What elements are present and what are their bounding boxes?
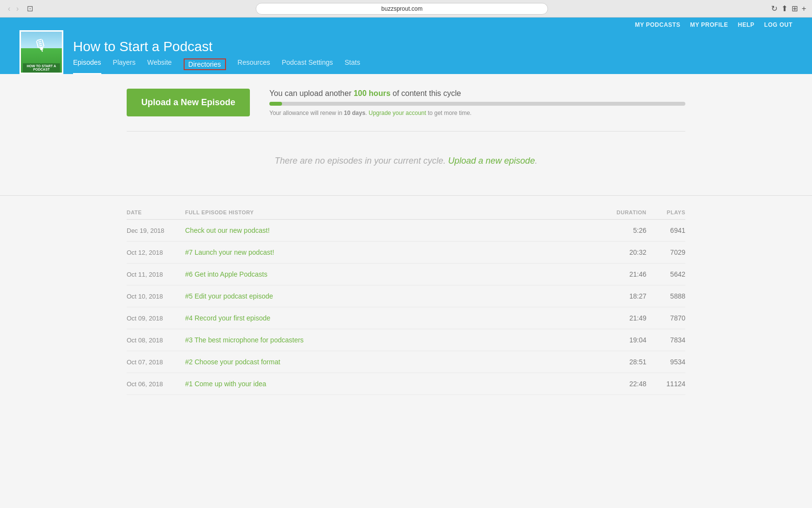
tab-resources[interactable]: Resources [238,58,270,74]
sidebar-button[interactable]: ⊡ [27,4,33,13]
new-tab-button[interactable]: + [802,4,806,13]
table-row: Oct 07, 2018 #2 Choose your podcast form… [127,351,685,373]
episode-title[interactable]: #2 Choose your podcast format [185,351,598,373]
tab-directories[interactable]: Directories [184,58,226,70]
reload-button[interactable]: ↻ [771,4,777,13]
top-nav-my-profile[interactable]: MY PROFILE [690,21,728,28]
episode-title[interactable]: #4 Record your first episode [185,307,598,329]
episode-duration: 18:27 [598,285,646,307]
podcast-logo-top-text: HOW TO START A [24,64,59,68]
episode-duration: 28:51 [598,351,646,373]
quota-amount: 100 hours [354,89,391,97]
address-bar: buzzsprout.com [37,3,767,15]
podcast-logo: 🎙 HOW TO START A PODCAST [19,30,63,74]
episode-title[interactable]: #5 Edit your podcast episode [185,285,598,307]
tab-episodes[interactable]: Episodes [73,58,101,74]
browser-nav-buttons: ‹ › [6,3,21,14]
podcast-logo-text: HOW TO START A PODCAST [23,63,60,73]
upload-episode-button[interactable]: Upload a New Episode [127,89,250,116]
episode-date: Oct 06, 2018 [127,373,185,395]
no-episodes-prefix: There are no episodes in your current cy… [275,156,448,166]
tab-players[interactable]: Players [113,58,136,74]
episode-date: Oct 08, 2018 [127,329,185,351]
episode-duration: 5:26 [598,220,646,242]
back-button[interactable]: ‹ [6,3,12,14]
table-header-row: DATE FULL EPISODE HISTORY DURATION PLAYS [127,206,685,220]
episode-plays: 5888 [646,285,685,307]
upload-info: You can upload another 100 hours of cont… [269,89,685,116]
episode-title[interactable]: #6 Get into Apple Podcasts [185,263,598,285]
quota-text: You can upload another 100 hours of cont… [269,89,685,98]
podcast-title-area: How to Start a Podcast Episodes Players … [73,39,793,74]
quota-progress-fill [269,102,282,106]
episode-title[interactable]: #3 The best microphone for podcasters [185,329,598,351]
episode-date: Oct 12, 2018 [127,242,185,263]
main-content: Upload a New Episode You can upload anot… [0,74,812,195]
table-header: DATE FULL EPISODE HISTORY DURATION PLAYS [127,206,685,220]
table-row: Oct 12, 2018 #7 Launch your new podcast!… [127,242,685,263]
table-row: Oct 09, 2018 #4 Record your first episod… [127,307,685,329]
no-episodes-suffix: . [535,156,537,166]
podcast-nav: Episodes Players Website Directories Res… [73,58,793,74]
episode-date: Oct 11, 2018 [127,263,185,285]
episode-title[interactable]: Check out our new podcast! [185,220,598,242]
episode-duration: 19:04 [598,329,646,351]
tab-website[interactable]: Website [147,58,171,74]
episode-plays: 9534 [646,351,685,373]
url-input[interactable]: buzzsprout.com [256,3,548,15]
table-row: Oct 08, 2018 #3 The best microphone for … [127,329,685,351]
episode-plays: 7870 [646,307,685,329]
episode-plays: 6941 [646,220,685,242]
quota-suffix: of content this cycle [391,89,461,97]
section-divider-top [127,131,685,132]
upload-section: Upload a New Episode You can upload anot… [127,89,685,116]
forward-button[interactable]: › [14,3,20,14]
no-episodes-message: There are no episodes in your current cy… [127,141,685,181]
episode-duration: 22:48 [598,373,646,395]
col-header-title: FULL EPISODE HISTORY [185,206,598,220]
col-header-duration: DURATION [598,206,646,220]
podcast-header: 🎙 HOW TO START A PODCAST How to Start a … [19,30,793,74]
top-nav: MY PODCASTS MY PROFILE HELP LOG OUT [19,18,793,30]
top-nav-my-podcasts[interactable]: MY PODCASTS [635,21,680,28]
table-body: Dec 19, 2018 Check out our new podcast! … [127,220,685,395]
share-button[interactable]: ⬆ [781,4,788,13]
quota-renew-sep: . [365,110,369,116]
tab-podcast-settings[interactable]: Podcast Settings [282,58,333,74]
episode-duration: 21:46 [598,263,646,285]
episode-date: Dec 19, 2018 [127,220,185,242]
table-row: Oct 11, 2018 #6 Get into Apple Podcasts … [127,263,685,285]
quota-prefix: You can upload another [269,89,354,97]
col-header-date: DATE [127,206,185,220]
episode-plays: 5642 [646,263,685,285]
episode-plays: 7029 [646,242,685,263]
microphone-icon: 🎙 [32,35,51,56]
episode-date: Oct 07, 2018 [127,351,185,373]
browser-actions: ↻ ⬆ ⊞ + [771,4,806,13]
episode-date: Oct 09, 2018 [127,307,185,329]
episode-title[interactable]: #7 Launch your new podcast! [185,242,598,263]
quota-renew-days: 10 days [344,110,365,116]
quota-sub-text: Your allowance will renew in 10 days. Up… [269,110,685,116]
table-row: Oct 06, 2018 #1 Come up with your idea 2… [127,373,685,395]
episode-duration: 20:32 [598,242,646,263]
podcast-logo-inner: 🎙 HOW TO START A PODCAST [21,32,62,73]
episode-plays: 7834 [646,329,685,351]
podcast-title: How to Start a Podcast [73,39,793,55]
episode-title[interactable]: #1 Come up with your idea [185,373,598,395]
col-header-plays: PLAYS [646,206,685,220]
top-nav-log-out[interactable]: LOG OUT [764,21,793,28]
episode-plays: 11124 [646,373,685,395]
browser-chrome: ‹ › ⊡ buzzsprout.com ↻ ⬆ ⊞ + [0,0,812,18]
top-nav-help[interactable]: HELP [738,21,755,28]
upgrade-suffix: to get more time. [426,110,472,116]
table-row: Dec 19, 2018 Check out our new podcast! … [127,220,685,242]
quota-renew-prefix: Your allowance will renew in [269,110,344,116]
episodes-history-section: DATE FULL EPISODE HISTORY DURATION PLAYS… [0,196,812,414]
upload-new-episode-link[interactable]: Upload a new episode [448,156,535,166]
tabs-button[interactable]: ⊞ [792,4,798,13]
tab-stats[interactable]: Stats [345,58,360,74]
episode-date: Oct 10, 2018 [127,285,185,307]
podcast-logo-bottom-text: PODCAST [24,68,59,72]
upgrade-account-link[interactable]: Upgrade your account [369,110,426,116]
